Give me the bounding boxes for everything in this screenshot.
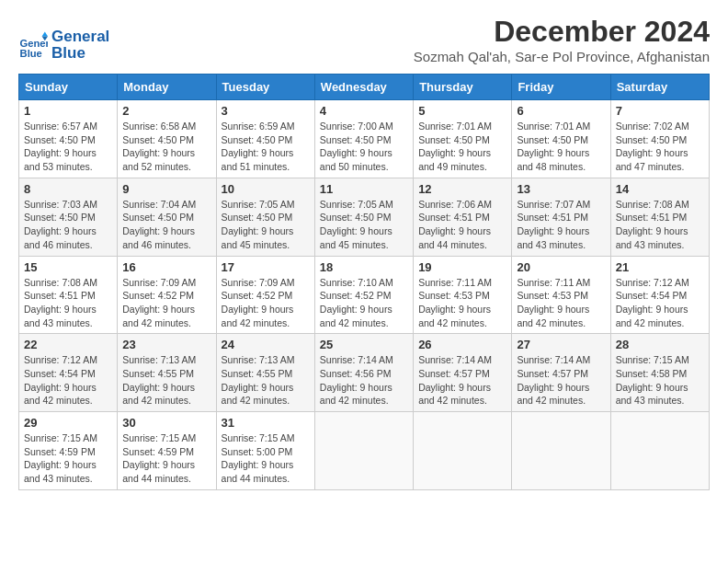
title-section: December 2024 Sozmah Qal'ah, Sar-e Pol P… <box>414 15 710 64</box>
svg-marker-2 <box>42 32 48 37</box>
calendar-week-row: 22Sunrise: 7:12 AMSunset: 4:54 PMDayligh… <box>19 334 710 412</box>
day-info: Sunrise: 6:59 AMSunset: 4:50 PMDaylight:… <box>222 120 310 174</box>
calendar-day-cell: 12Sunrise: 7:06 AMSunset: 4:51 PMDayligh… <box>414 178 512 256</box>
calendar-day-cell: 24Sunrise: 7:13 AMSunset: 4:55 PMDayligh… <box>216 334 314 412</box>
day-info: Sunrise: 7:08 AMSunset: 4:51 PMDaylight:… <box>616 198 704 252</box>
weekday-header-cell: Friday <box>512 75 610 100</box>
day-info: Sunrise: 7:14 AMSunset: 4:57 PMDaylight:… <box>517 353 605 408</box>
calendar-week-row: 8Sunrise: 7:03 AMSunset: 4:50 PMDaylight… <box>19 178 710 256</box>
day-info: Sunrise: 7:05 AMSunset: 4:50 PMDaylight:… <box>222 198 310 252</box>
calendar-day-cell: 18Sunrise: 7:10 AMSunset: 4:52 PMDayligh… <box>314 256 413 334</box>
day-info: Sunrise: 7:03 AMSunset: 4:50 PMDaylight:… <box>24 198 112 252</box>
calendar-week-row: 1Sunrise: 6:57 AMSunset: 4:50 PMDaylight… <box>19 100 710 178</box>
calendar-day-cell: 9Sunrise: 7:04 AMSunset: 4:50 PMDaylight… <box>118 178 216 256</box>
calendar-day-cell: 29Sunrise: 7:15 AMSunset: 4:59 PMDayligh… <box>19 412 118 490</box>
day-info: Sunrise: 7:07 AMSunset: 4:51 PMDaylight:… <box>517 198 605 252</box>
calendar-day-cell: 17Sunrise: 7:09 AMSunset: 4:52 PMDayligh… <box>216 256 314 334</box>
month-title: December 2024 <box>414 15 710 49</box>
day-info: Sunrise: 7:13 AMSunset: 4:55 PMDaylight:… <box>122 353 210 408</box>
logo-line2: Blue <box>51 45 109 63</box>
calendar-day-cell: 31Sunrise: 7:15 AMSunset: 5:00 PMDayligh… <box>216 412 314 490</box>
day-number: 8 <box>24 182 112 196</box>
day-info: Sunrise: 7:05 AMSunset: 4:50 PMDaylight:… <box>320 198 408 252</box>
calendar-week-row: 29Sunrise: 7:15 AMSunset: 4:59 PMDayligh… <box>19 412 710 490</box>
day-number: 29 <box>24 416 112 430</box>
day-info: Sunrise: 7:14 AMSunset: 4:56 PMDaylight:… <box>320 353 408 408</box>
weekday-header-cell: Sunday <box>19 75 118 100</box>
logo-line1: General <box>51 29 109 46</box>
day-info: Sunrise: 7:15 AMSunset: 5:00 PMDaylight:… <box>222 431 310 486</box>
calendar-day-cell: 28Sunrise: 7:15 AMSunset: 4:58 PMDayligh… <box>610 334 709 412</box>
day-info: Sunrise: 6:57 AMSunset: 4:50 PMDaylight:… <box>24 120 112 174</box>
day-number: 22 <box>24 338 112 351</box>
day-info: Sunrise: 7:02 AMSunset: 4:50 PMDaylight:… <box>616 120 704 174</box>
day-number: 12 <box>418 182 506 196</box>
calendar-day-cell <box>512 412 610 490</box>
calendar-day-cell: 14Sunrise: 7:08 AMSunset: 4:51 PMDayligh… <box>610 178 709 256</box>
calendar-day-cell: 21Sunrise: 7:12 AMSunset: 4:54 PMDayligh… <box>610 256 709 334</box>
svg-text:General: General <box>20 38 48 49</box>
day-number: 23 <box>122 338 210 351</box>
day-number: 10 <box>222 182 310 196</box>
day-number: 11 <box>320 182 408 196</box>
calendar-day-cell <box>414 412 512 490</box>
day-info: Sunrise: 7:15 AMSunset: 4:59 PMDaylight:… <box>24 431 112 486</box>
calendar-day-cell: 10Sunrise: 7:05 AMSunset: 4:50 PMDayligh… <box>216 178 314 256</box>
day-info: Sunrise: 7:15 AMSunset: 4:58 PMDaylight:… <box>616 353 704 408</box>
day-number: 4 <box>320 104 408 118</box>
day-info: Sunrise: 7:13 AMSunset: 4:55 PMDaylight:… <box>222 353 310 408</box>
day-info: Sunrise: 7:09 AMSunset: 4:52 PMDaylight:… <box>222 276 310 330</box>
calendar-day-cell: 13Sunrise: 7:07 AMSunset: 4:51 PMDayligh… <box>512 178 610 256</box>
day-info: Sunrise: 7:10 AMSunset: 4:52 PMDaylight:… <box>320 276 408 330</box>
calendar-week-row: 15Sunrise: 7:08 AMSunset: 4:51 PMDayligh… <box>19 256 710 334</box>
calendar-day-cell: 7Sunrise: 7:02 AMSunset: 4:50 PMDaylight… <box>610 100 709 178</box>
calendar-day-cell: 25Sunrise: 7:14 AMSunset: 4:56 PMDayligh… <box>314 334 413 412</box>
day-number: 24 <box>222 338 310 351</box>
day-number: 18 <box>320 260 408 274</box>
calendar-day-cell: 3Sunrise: 6:59 AMSunset: 4:50 PMDaylight… <box>216 100 314 178</box>
calendar-day-cell <box>314 412 413 490</box>
weekday-header-cell: Saturday <box>610 75 709 100</box>
day-number: 30 <box>122 416 210 430</box>
weekday-header-cell: Wednesday <box>314 75 413 100</box>
calendar-table: SundayMondayTuesdayWednesdayThursdayFrid… <box>18 74 710 490</box>
day-info: Sunrise: 6:58 AMSunset: 4:50 PMDaylight:… <box>122 120 210 174</box>
day-number: 5 <box>418 104 506 118</box>
calendar-day-cell: 4Sunrise: 7:00 AMSunset: 4:50 PMDaylight… <box>314 100 413 178</box>
day-info: Sunrise: 7:11 AMSunset: 4:53 PMDaylight:… <box>418 276 506 330</box>
day-info: Sunrise: 7:01 AMSunset: 4:50 PMDaylight:… <box>517 120 605 174</box>
calendar-day-cell: 20Sunrise: 7:11 AMSunset: 4:53 PMDayligh… <box>512 256 610 334</box>
weekday-header-cell: Thursday <box>414 75 512 100</box>
logo-icon: General Blue <box>18 30 48 60</box>
calendar-day-cell: 8Sunrise: 7:03 AMSunset: 4:50 PMDaylight… <box>19 178 118 256</box>
day-number: 28 <box>616 338 704 351</box>
calendar-day-cell: 22Sunrise: 7:12 AMSunset: 4:54 PMDayligh… <box>19 334 118 412</box>
day-info: Sunrise: 7:04 AMSunset: 4:50 PMDaylight:… <box>122 198 210 252</box>
weekday-header-cell: Tuesday <box>216 75 314 100</box>
logo: General Blue General Blue <box>18 29 109 63</box>
day-info: Sunrise: 7:11 AMSunset: 4:53 PMDaylight:… <box>517 276 605 330</box>
day-number: 31 <box>222 416 310 430</box>
day-number: 7 <box>616 104 704 118</box>
calendar-day-cell: 19Sunrise: 7:11 AMSunset: 4:53 PMDayligh… <box>414 256 512 334</box>
day-number: 1 <box>24 104 112 118</box>
location-subtitle: Sozmah Qal'ah, Sar-e Pol Province, Afgha… <box>414 49 710 64</box>
day-number: 26 <box>418 338 506 351</box>
day-number: 19 <box>418 260 506 274</box>
calendar-day-cell: 2Sunrise: 6:58 AMSunset: 4:50 PMDaylight… <box>118 100 216 178</box>
day-number: 16 <box>122 260 210 274</box>
day-number: 17 <box>222 260 310 274</box>
calendar-day-cell: 5Sunrise: 7:01 AMSunset: 4:50 PMDaylight… <box>414 100 512 178</box>
day-info: Sunrise: 7:08 AMSunset: 4:51 PMDaylight:… <box>24 276 112 330</box>
day-info: Sunrise: 7:01 AMSunset: 4:50 PMDaylight:… <box>418 120 506 174</box>
day-number: 13 <box>517 182 605 196</box>
weekday-header-cell: Monday <box>118 75 216 100</box>
day-number: 20 <box>517 260 605 274</box>
day-info: Sunrise: 7:12 AMSunset: 4:54 PMDaylight:… <box>24 353 112 408</box>
day-number: 27 <box>517 338 605 351</box>
calendar-day-cell: 6Sunrise: 7:01 AMSunset: 4:50 PMDaylight… <box>512 100 610 178</box>
day-info: Sunrise: 7:15 AMSunset: 4:59 PMDaylight:… <box>122 431 210 486</box>
calendar-day-cell: 11Sunrise: 7:05 AMSunset: 4:50 PMDayligh… <box>314 178 413 256</box>
day-number: 2 <box>122 104 210 118</box>
calendar-day-cell: 1Sunrise: 6:57 AMSunset: 4:50 PMDaylight… <box>19 100 118 178</box>
